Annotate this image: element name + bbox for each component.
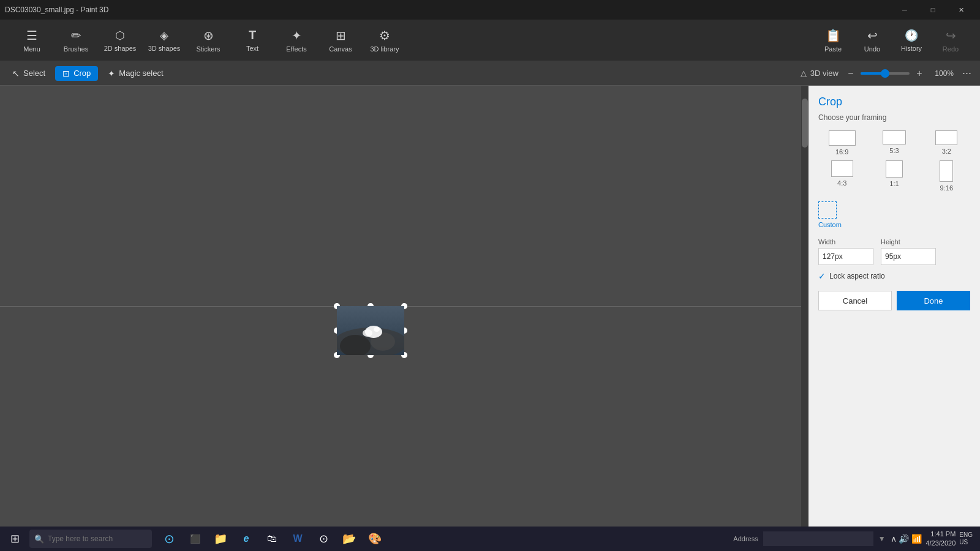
framing-4-3[interactable]: 4:3 xyxy=(818,160,865,192)
crop-icon: ⊡ xyxy=(62,69,70,78)
redo-button[interactable]: ↪ Redo xyxy=(933,23,968,58)
redo-label: Redo xyxy=(943,45,959,53)
2dshapes-label: 2D shapes xyxy=(104,45,137,52)
zoom-slider[interactable] xyxy=(861,72,910,75)
cancel-button[interactable]: Cancel xyxy=(818,291,892,310)
tool-brushes[interactable]: ✏ Brushes xyxy=(56,23,96,58)
word-icon[interactable]: W xyxy=(285,527,310,551)
svg-point-5 xyxy=(363,329,372,337)
3d-view-label: 3D view xyxy=(810,69,839,78)
titlebar: DSC03030_small.jpg - Paint 3D ─ □ ✕ xyxy=(0,0,980,20)
paint3d-icon[interactable]: 🎨 xyxy=(363,527,387,551)
tray-icons: ∧ 🔊 📶 xyxy=(891,534,922,544)
secondary-toolbar-right: △ 3D view − + 100% ··· xyxy=(801,66,975,81)
window-title: DSC03030_small.jpg - Paint 3D xyxy=(5,6,108,14)
framing-box-16-9[interactable] xyxy=(829,130,856,146)
magic-select-label: Magic select xyxy=(119,69,163,78)
start-button[interactable]: ⊞ xyxy=(2,527,27,551)
menu-label: Menu xyxy=(23,45,40,53)
tool-2dshapes[interactable]: ⬡ 2D shapes xyxy=(100,23,140,58)
height-input[interactable] xyxy=(881,248,936,265)
canvas-image-wrapper[interactable] xyxy=(337,306,404,355)
taskbar-time: 1:41 PM 4/23/2020 xyxy=(925,530,956,549)
files-icon[interactable]: 📂 xyxy=(337,527,361,551)
panel-title: Crop xyxy=(818,96,970,108)
edge-icon[interactable]: e xyxy=(234,527,258,551)
image-content xyxy=(337,306,404,355)
task-view-icon[interactable]: ⬛ xyxy=(183,527,207,551)
chrome-icon[interactable]: ⊙ xyxy=(311,527,336,551)
framing-label-1-1: 1:1 xyxy=(889,180,899,187)
menu-button[interactable]: ☰ Menu xyxy=(12,23,51,58)
framing-label-16-9: 16:9 xyxy=(835,148,848,156)
maximize-button[interactable]: □ xyxy=(919,0,947,20)
more-options-button[interactable]: ··· xyxy=(959,67,975,80)
redo-icon: ↪ xyxy=(946,28,956,43)
framing-box-4-3[interactable] xyxy=(831,160,853,177)
3d-view-toggle[interactable]: △ 3D view xyxy=(801,69,839,78)
close-button[interactable]: ✕ xyxy=(947,0,975,20)
3dlibrary-icon: ⚙ xyxy=(379,28,390,43)
minimize-button[interactable]: ─ xyxy=(891,0,919,20)
done-button[interactable]: Done xyxy=(897,291,970,310)
magic-select-tool[interactable]: ✦ Magic select xyxy=(100,66,170,81)
framing-16-9[interactable]: 16:9 xyxy=(818,130,865,156)
tool-stickers[interactable]: ⊛ Stickers xyxy=(189,23,228,58)
dimensions-row: Width Height xyxy=(818,238,970,265)
2dshapes-icon: ⬡ xyxy=(115,29,125,42)
taskbar: ⊞ 🔍 ⊙ ⬛ 📁 e 🛍 W ⊙ 📂 🎨 Address ▼ ∧ 🔊 📶 1:… xyxy=(0,527,980,551)
zoom-slider-thumb[interactable] xyxy=(881,69,889,78)
text-icon: T xyxy=(249,28,256,42)
framing-box-1-1[interactable] xyxy=(886,160,903,178)
tool-3dshapes[interactable]: ◈ 3D shapes xyxy=(145,23,184,58)
framing-box-custom[interactable] xyxy=(818,201,837,219)
toolbar-right: 📋 Paste ↩ Undo 🕐 History ↪ Redo xyxy=(816,23,968,58)
lock-ratio-label: Lock aspect ratio xyxy=(829,272,885,280)
main-toolbar: ☰ Menu ✏ Brushes ⬡ 2D shapes ◈ 3D shapes… xyxy=(0,20,980,61)
history-button[interactable]: 🕐 History xyxy=(894,23,929,58)
panel-subtitle: Choose your framing xyxy=(818,113,970,122)
height-group: Height xyxy=(881,238,936,265)
zoom-percent: 100% xyxy=(932,69,954,78)
width-input[interactable] xyxy=(818,248,873,265)
tool-effects[interactable]: ✦ Effects xyxy=(277,23,316,58)
address-input[interactable] xyxy=(763,531,873,546)
framing-custom[interactable]: Custom xyxy=(818,201,970,228)
secondary-toolbar: ↖ Select ⊡ Crop ✦ Magic select △ 3D view… xyxy=(0,61,980,86)
crop-tool[interactable]: ⊡ Crop xyxy=(55,66,98,81)
date-display: 4/23/2020 xyxy=(925,539,956,548)
scrollbar-thumb[interactable] xyxy=(802,99,808,148)
tool-canvas[interactable]: ⊞ Canvas xyxy=(321,23,360,58)
store-icon[interactable]: 🛍 xyxy=(260,527,284,551)
framing-9-16[interactable]: 9:16 xyxy=(923,160,970,192)
address-dropdown-icon[interactable]: ▼ xyxy=(878,534,886,543)
search-icon: 🔍 xyxy=(34,534,44,544)
zoom-out-button[interactable]: − xyxy=(843,66,858,81)
paste-icon: 📋 xyxy=(826,28,841,43)
taskbar-search[interactable]: 🔍 xyxy=(29,530,152,548)
framing-box-5-3[interactable] xyxy=(883,130,906,144)
framing-box-9-16[interactable] xyxy=(940,160,953,182)
framing-5-3[interactable]: 5:3 xyxy=(870,130,918,156)
framing-3-2[interactable]: 3:2 xyxy=(923,130,970,156)
history-icon: 🕐 xyxy=(905,29,918,42)
framing-box-3-2[interactable] xyxy=(935,130,957,145)
search-input[interactable] xyxy=(48,534,146,543)
vertical-scrollbar[interactable] xyxy=(801,86,809,527)
tool-text[interactable]: T Text xyxy=(233,23,272,58)
panel-buttons: Cancel Done xyxy=(818,291,970,310)
zoom-in-button[interactable]: + xyxy=(912,66,927,81)
canvas-area[interactable] xyxy=(0,86,809,527)
paste-button[interactable]: 📋 Paste xyxy=(816,23,850,58)
zoom-controls: − + xyxy=(843,66,927,81)
select-icon: ↖ xyxy=(12,69,20,78)
framing-grid: 16:9 5:3 3:2 4:3 1:1 9:16 xyxy=(818,130,970,192)
file-explorer-icon[interactable]: 📁 xyxy=(208,527,233,551)
cortana-icon[interactable]: ⊙ xyxy=(157,527,181,551)
tool-3dlibrary[interactable]: ⚙ 3D library xyxy=(365,23,404,58)
framing-1-1[interactable]: 1:1 xyxy=(870,160,918,192)
select-tool[interactable]: ↖ Select xyxy=(5,66,53,81)
framing-label-5-3: 5:3 xyxy=(889,147,899,154)
canvas-image xyxy=(337,306,404,355)
undo-button[interactable]: ↩ Undo xyxy=(855,23,889,58)
